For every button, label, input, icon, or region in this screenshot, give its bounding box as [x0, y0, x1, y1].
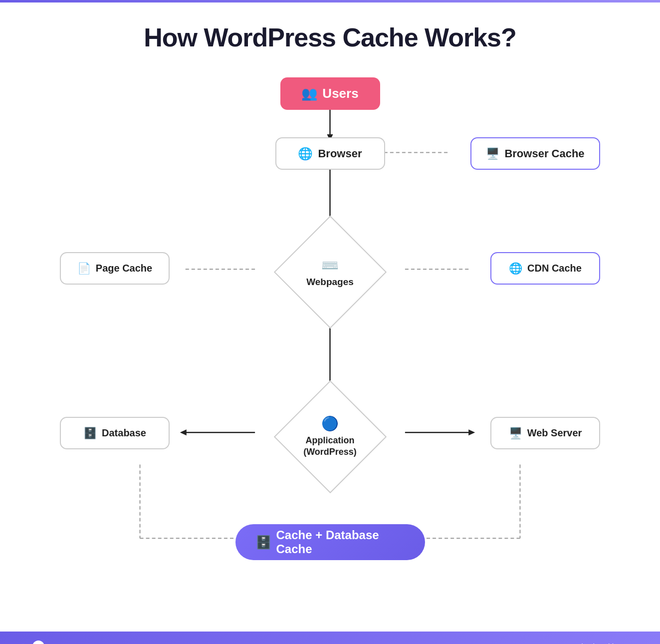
cdn-cache-node: 🌐 CDN Cache [490, 252, 600, 285]
webserver-label: Web Server [527, 427, 582, 439]
database-node: 🗄️ Database [60, 417, 170, 449]
page-cache-label: Page Cache [96, 263, 152, 274]
footer-left: ✦ + THE PLUS [20, 641, 82, 644]
cdn-cache-label: CDN Cache [527, 263, 582, 274]
cache-db-node: 🗄️ Cache + Database Cache [235, 524, 425, 560]
svg-marker-12 [468, 429, 475, 435]
users-label: Users [322, 86, 358, 101]
webpages-diamond-content: ⌨️ Webpages [306, 257, 354, 288]
application-node: 🔵 Application(WordPress) [290, 397, 370, 477]
webserver-node: 🖥️ Web Server [490, 417, 600, 449]
browser-cache-node: 🖥️ Browser Cache [470, 137, 600, 170]
svg-marker-10 [180, 429, 187, 435]
application-label: Application(WordPress) [303, 435, 357, 458]
footer: ✦ + THE PLUS theplusaddons.com [0, 632, 660, 644]
database-label: Database [102, 427, 146, 439]
logo-icon: + [32, 641, 44, 644]
application-diamond-content: 🔵 Application(WordPress) [303, 415, 357, 458]
browser-cache-label: Browser Cache [504, 147, 584, 160]
browser-icon: 🌐 [298, 147, 313, 161]
users-node: 👥 Users [280, 77, 380, 110]
database-icon: 🗄️ [83, 427, 97, 440]
main-content: How WordPress Cache Works? [0, 2, 660, 632]
page-cache-node: 📄 Page Cache [60, 252, 170, 285]
users-icon: 👥 [301, 86, 317, 101]
cache-db-label: Cache + Database Cache [276, 528, 405, 556]
application-icon: 🔵 [321, 415, 339, 432]
webserver-icon: 🖥️ [509, 427, 522, 440]
webpages-node: ⌨️ Webpages [290, 232, 370, 312]
star-icon: ✦ [20, 642, 26, 644]
webpages-icon: ⌨️ [321, 257, 339, 274]
webpages-label: Webpages [306, 277, 354, 288]
diagram: 👥 Users 🌐 Browser 🖥️ Browser Cache ⌨️ We… [30, 77, 630, 602]
browser-label: Browser [318, 147, 362, 160]
page-cache-icon: 📄 [77, 262, 91, 275]
cdn-cache-icon: 🌐 [509, 262, 522, 275]
browser-cache-icon: 🖥️ [486, 147, 499, 160]
cache-db-icon: 🗄️ [255, 535, 271, 550]
browser-node: 🌐 Browser [275, 137, 385, 170]
page-title: How WordPress Cache Works? [30, 22, 630, 52]
